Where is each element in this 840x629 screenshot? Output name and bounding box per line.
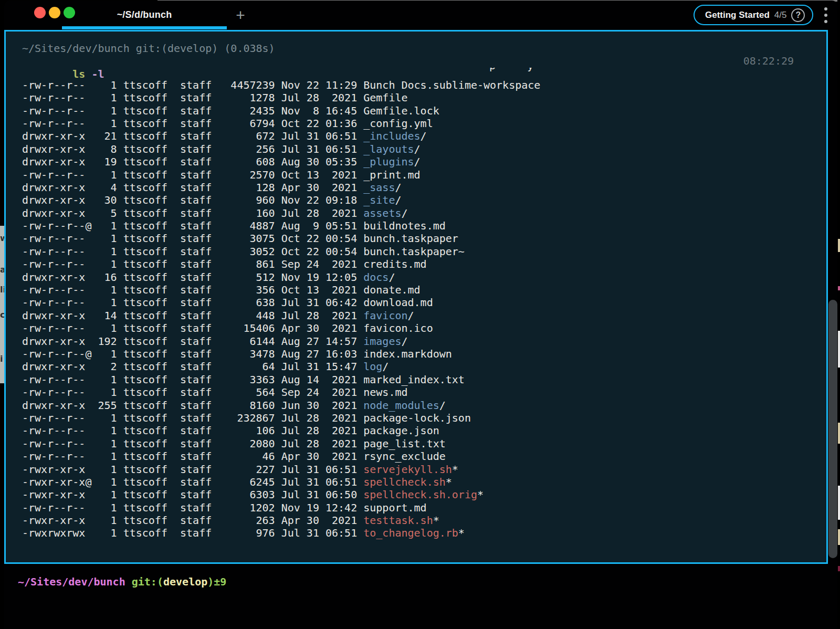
file-metadata: -rw-r--r-- 1 ttscoff staff 3075 Oct 22 0…	[22, 232, 363, 245]
file-type-indicator: /	[414, 155, 421, 168]
prompt-path: ~/Sites/dev/bunch	[18, 575, 125, 588]
file-metadata: -rw-r--r-- 1 ttscoff staff 15406 Apr 30 …	[22, 322, 363, 334]
listing-row: -rw-r--r-- 1 ttscoff staff 6794 Oct 22 0…	[22, 117, 826, 130]
file-name: testtask.sh	[363, 514, 433, 527]
file-metadata: -rw-r--r-- 1 ttscoff staff 638 Jul 31 06…	[22, 296, 363, 309]
file-metadata: -rw-r--r-- 1 ttscoff staff 232867 Jul 28…	[22, 412, 363, 424]
terminal-window: ~/S/d/bunch + Getting Started 4/5 ? ~/Si…	[4, 1, 837, 629]
file-type-indicator: /	[388, 271, 395, 284]
file-metadata: -rw-r--r--@ 1 ttscoff staff 3478 Aug 27 …	[22, 348, 363, 360]
file-metadata: -rw-r--r-- 1 ttscoff staff 1278 Jul 28 2…	[22, 91, 363, 104]
listing-row: -rw-r--r-- 1 ttscoff staff 638 Jul 31 06…	[22, 296, 826, 309]
prompt-area[interactable]: ~/Sites/dev/bunch git:(develop)±9	[4, 564, 837, 629]
file-type-indicator: *	[446, 476, 452, 488]
getting-started-progress: 4/5	[774, 10, 787, 20]
file-type-indicator: /	[395, 181, 401, 194]
listing-row: drwxr-xr-x 255 ttscoff staff 8160 Jun 30…	[22, 399, 826, 412]
file-type-indicator: *	[433, 514, 439, 527]
file-name: favicon.ico	[363, 322, 433, 334]
file-name: _site	[363, 194, 395, 206]
listing-row: -rw-r--r-- 1 ttscoff staff 564 Sep 24 20…	[22, 386, 826, 399]
file-metadata: -rw-r--r-- 1 ttscoff staff 2435 Nov 8 16…	[22, 104, 363, 117]
listing-row: -rw-r--r-- 1 ttscoff staff 232867 Jul 28…	[22, 412, 826, 424]
terminal-pane[interactable]: ~/Sites/dev/bunch git:(develop) (0.038s)…	[4, 30, 828, 564]
file-metadata: drwxr-xr-x 2 ttscoff staff 64 Jul 31 15:…	[22, 360, 363, 373]
background-fragment	[838, 423, 840, 444]
file-metadata: -rw-r--r-- 1 ttscoff staff 46 Apr 30 202…	[22, 450, 363, 463]
file-metadata: drwxr-xr-x 255 ttscoff staff 8160 Jun 30…	[22, 399, 363, 412]
file-type-indicator: /	[439, 399, 446, 412]
file-metadata: -rw-r--r-- 1 ttscoff staff 1202 Nov 19 1…	[22, 501, 363, 514]
file-metadata: -rw-r--r--@ 1 ttscoff staff 4887 Aug 9 0…	[22, 219, 363, 232]
file-name: Gemfile.lock	[363, 104, 439, 117]
file-metadata: -rw-r--r-- 1 ttscoff staff 2570 Oct 13 2…	[22, 169, 363, 181]
file-type-indicator: /	[408, 309, 414, 322]
listing-row: -rw-r--r-- 1 ttscoff staff 861 Sep 24 20…	[22, 258, 826, 270]
listing-row: -rw-r--r-- 1 ttscoff staff 15406 Apr 30 …	[22, 322, 826, 334]
file-metadata: -rw-r--r-- 1 ttscoff staff 6794 Oct 22 0…	[22, 117, 363, 130]
file-metadata: -rwxr-xr-x 1 ttscoff staff 227 Jul 31 06…	[22, 463, 363, 476]
listing-row: -rw-r--r-- 1 ttscoff staff 1278 Jul 28 2…	[22, 91, 826, 104]
background-fragment	[838, 486, 840, 520]
file-name: node_modules	[363, 399, 439, 412]
file-name: _includes	[363, 130, 420, 142]
file-name: assets	[363, 207, 401, 219]
scrollbar-thumb[interactable]	[828, 300, 837, 558]
file-name: log	[363, 360, 382, 373]
file-metadata: -rw-r--r-- 1 ttscoff staff 106 Jul 28 20…	[22, 424, 363, 437]
listing-row: -rw-r--r-- 1 ttscoff staff 3052 Oct 22 0…	[22, 245, 826, 258]
listing-row: -rwxr-xr-x@ 1 ttscoff staff 6245 Jul 31 …	[22, 476, 826, 488]
file-type-indicator: /	[421, 130, 427, 142]
help-icon[interactable]: ?	[791, 8, 805, 22]
tab-bar: ~/S/d/bunch + Getting Started 4/5 ?	[4, 1, 837, 29]
file-metadata: -rw-r--r-- 1 ttscoff staff 3052 Oct 22 0…	[22, 245, 363, 258]
listing-row: -rw-r--r-- 1 ttscoff staff 2570 Oct 13 2…	[22, 169, 826, 181]
getting-started-button[interactable]: Getting Started 4/5 ?	[694, 5, 813, 25]
listing-row: -rw-r--r-- 1 ttscoff staff 3075 Oct 22 0…	[22, 232, 826, 245]
file-name: favicon	[363, 309, 407, 322]
new-tab-button[interactable]: +	[230, 5, 251, 26]
file-type-indicator: /	[395, 194, 401, 206]
background-fragment	[838, 566, 840, 571]
listing-row: -rw-r--r--@ 1 ttscoff staff 3478 Aug 27 …	[22, 348, 826, 360]
listing-row: drwxr-xr-x 14 ttscoff staff 448 Jul 28 2…	[22, 309, 826, 322]
overflow-menu-icon[interactable]	[823, 7, 829, 23]
listing-row: drwxr-xr-x 30 ttscoff staff 960 Nov 22 0…	[22, 194, 826, 206]
file-metadata: -rw-r--r-- 1 ttscoff staff 4457239 Nov 2…	[22, 79, 363, 91]
file-name: _sass	[363, 181, 395, 194]
file-name: _config.yml	[363, 117, 433, 130]
listing-row: -rwxr-xr-x 1 ttscoff staff 227 Jul 31 06…	[22, 463, 826, 476]
file-type-indicator: *	[477, 488, 484, 501]
file-metadata: drwxr-xr-x 30 ttscoff staff 960 Nov 22 0…	[22, 194, 363, 206]
file-type-indicator: /	[414, 143, 421, 155]
background-fragment	[838, 331, 840, 368]
file-name: Bunch Docs.sublime-workspace	[363, 79, 540, 91]
listing-row: -rw-r--r-- 1 ttscoff staff 2080 Jul 28 2…	[22, 437, 826, 450]
minimize-window-button[interactable]	[49, 7, 60, 18]
prompt-context-line: ~/Sites/dev/bunch git:(develop) (0.038s)	[22, 42, 826, 55]
file-name: support.md	[363, 501, 426, 514]
file-name: credits.md	[363, 258, 426, 270]
file-name: donate.md	[363, 284, 420, 296]
prompt-git-suffix: )	[207, 575, 214, 588]
listing-row: -rwxr-xr-x 1 ttscoff staff 263 Apr 30 20…	[22, 514, 826, 527]
listing-row: -rwxr-xr-x 1 ttscoff staff 6303 Jul 31 0…	[22, 488, 826, 501]
clipped-scrollback-line: p y	[22, 68, 826, 79]
file-name: servejekyll.sh	[363, 463, 452, 476]
command-line: ls -l 08:22:29	[22, 55, 826, 67]
file-metadata: -rw-r--r-- 1 ttscoff staff 861 Sep 24 20…	[22, 258, 363, 270]
tab-active[interactable]: ~/S/d/bunch	[62, 1, 227, 29]
listing-row: -rw-r--r-- 1 ttscoff staff 356 Oct 13 20…	[22, 284, 826, 296]
listing-row: -rw-r--r-- 1 ttscoff staff 46 Apr 30 202…	[22, 450, 826, 463]
listing-row: -rw-r--r-- 1 ttscoff staff 2435 Nov 8 16…	[22, 104, 826, 117]
prompt-git-branch: develop	[163, 575, 207, 588]
listing-row: -rw-r--r--@ 1 ttscoff staff 4887 Aug 9 0…	[22, 219, 826, 232]
file-type-indicator: /	[401, 207, 407, 219]
prompt-dirty-status: ±9	[214, 575, 226, 588]
file-metadata: drwxr-xr-x 14 ttscoff staff 448 Jul 28 2…	[22, 309, 363, 322]
listing-row: -rw-r--r-- 1 ttscoff staff 4457239 Nov 2…	[22, 79, 826, 91]
file-name: spellcheck.sh.orig	[363, 488, 477, 501]
close-window-button[interactable]	[34, 7, 46, 18]
listing-row: -rw-r--r-- 1 ttscoff staff 106 Jul 28 20…	[22, 424, 826, 437]
listing-row: drwxr-xr-x 192 ttscoff staff 6144 Aug 27…	[22, 335, 826, 348]
